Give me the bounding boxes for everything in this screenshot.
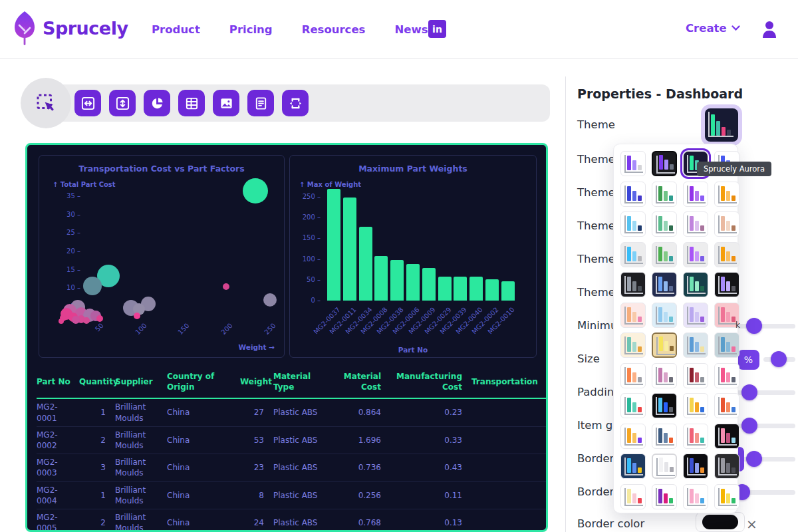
brand[interactable]: Sprucely (11, 9, 128, 47)
parts-table[interactable]: Part NoQuantitySupplierCountry of Origin… (37, 371, 546, 532)
linkedin-icon[interactable]: in (428, 20, 446, 38)
thumb-bar (659, 336, 663, 351)
thumb-axis (624, 246, 626, 264)
selected-theme-preview[interactable] (701, 104, 742, 146)
thumb-axis (687, 336, 688, 354)
scatter-chart-card[interactable]: Transportation Cost vs Part Factors ↑ To… (39, 155, 285, 358)
border-color-picker[interactable] (696, 512, 745, 532)
theme-swatch-8[interactable] (620, 211, 646, 237)
create-menu[interactable]: Create (686, 22, 740, 35)
nav-link-news[interactable]: News (394, 23, 428, 36)
table-row[interactable]: MG2-00041Brilliant MouldsChina8Plastic A… (37, 482, 546, 509)
slider-handle[interactable] (771, 351, 787, 367)
dashboard-canvas[interactable]: Transportation Cost vs Part Factors ↑ To… (25, 143, 548, 532)
resize-width-button[interactable] (74, 90, 101, 116)
resize-height-button[interactable] (109, 90, 136, 116)
theme-swatch-26[interactable] (683, 332, 708, 358)
table-row[interactable]: MG2-00052Brilliant MouldsChina24Plastic … (37, 509, 546, 532)
theme-swatch-9[interactable] (652, 211, 677, 237)
theme-swatch-15[interactable] (714, 242, 739, 267)
theme-swatch-7[interactable] (714, 182, 739, 207)
theme-swatch-10[interactable] (683, 211, 708, 237)
thumb-axis (718, 246, 720, 264)
thumb-axis (687, 202, 706, 203)
thumb-axis (656, 458, 658, 476)
theme-swatch-22[interactable] (683, 303, 708, 328)
thumb-axis (656, 215, 657, 233)
theme-swatch-13[interactable] (652, 242, 677, 267)
theme-swatch-38[interactable] (683, 424, 708, 449)
thumb-axis (656, 475, 675, 476)
thumb-bar (726, 251, 730, 261)
slider-handle[interactable] (741, 384, 757, 400)
bar-chart-card[interactable]: Maximum Part Weights ↑ Max of Weight Par… (289, 155, 537, 358)
theme-swatch-29[interactable] (652, 363, 677, 388)
thumb-bar (632, 221, 636, 231)
theme-swatch-27[interactable] (714, 332, 739, 358)
slider-handle[interactable] (746, 451, 762, 467)
nav-link-resources[interactable]: Resources (302, 23, 366, 36)
theme-swatch-30[interactable] (683, 363, 708, 388)
theme-swatch-46[interactable] (683, 484, 708, 509)
theme-swatch-37[interactable] (652, 424, 677, 449)
theme-swatch-21[interactable] (652, 303, 677, 328)
theme-swatch-31[interactable] (714, 363, 739, 388)
pie-chart-button[interactable] (144, 90, 170, 116)
theme-swatch-32[interactable] (620, 393, 646, 418)
nav-link-pricing[interactable]: Pricing (229, 23, 273, 36)
theme-swatch-28[interactable] (620, 363, 646, 388)
theme-swatch-25[interactable] (652, 332, 677, 358)
theme-swatch-35[interactable] (714, 393, 739, 418)
nav-link-product[interactable]: Product (152, 23, 200, 36)
collapse-rows-button[interactable] (282, 90, 309, 116)
theme-swatch-43[interactable] (714, 454, 739, 479)
table-row[interactable]: MG2-00022Brilliant MouldsChina53Plastic … (37, 427, 546, 454)
table-header-row: Part NoQuantitySupplierCountry of Origin… (37, 371, 546, 399)
thumb-bar (721, 368, 725, 382)
theme-swatch-42[interactable] (683, 454, 708, 479)
size-unit-badge[interactable]: % (737, 350, 759, 370)
thumb-bar (700, 498, 704, 503)
theme-swatch-20[interactable] (620, 303, 646, 328)
theme-swatch-36[interactable] (620, 424, 646, 449)
theme-swatch-45[interactable] (652, 484, 677, 509)
image-icon (219, 96, 234, 111)
theme-swatch-17[interactable] (652, 272, 677, 297)
theme-swatch-19[interactable] (714, 272, 739, 297)
theme-swatch-41[interactable] (652, 454, 677, 479)
theme-swatch-12[interactable] (620, 242, 646, 267)
theme-swatch-14[interactable] (683, 242, 708, 267)
collapse-rows-icon (288, 96, 303, 111)
prop-label-theme: Theme (577, 253, 615, 265)
marquee-select-tool[interactable] (21, 78, 71, 128)
slider-handle[interactable] (741, 418, 757, 434)
theme-swatch-44[interactable] (620, 484, 646, 509)
image-button[interactable] (213, 90, 239, 116)
slider-track-minimum[interactable] (734, 324, 795, 329)
text-button[interactable] (247, 90, 274, 116)
table-row[interactable]: MG2-00011Brilliant MouldsChina27Plastic … (37, 399, 546, 426)
theme-swatch-39[interactable] (714, 424, 739, 449)
scatter-xtick: 150 (158, 322, 191, 355)
theme-swatch-47[interactable] (714, 484, 739, 509)
user-icon[interactable] (761, 20, 778, 41)
thumb-bar (695, 402, 699, 412)
theme-swatch-6[interactable] (683, 182, 708, 207)
theme-swatch-18[interactable] (683, 272, 708, 297)
theme-swatch-11[interactable] (714, 211, 739, 237)
theme-swatch-0[interactable] (620, 151, 646, 176)
theme-swatch-5[interactable] (652, 182, 677, 207)
theme-swatch-16[interactable] (620, 272, 646, 297)
table-row[interactable]: MG2-00033Brilliant MouldsChina23Plastic … (37, 454, 546, 481)
theme-swatch-24[interactable] (620, 332, 646, 358)
theme-swatch-34[interactable] (683, 393, 708, 418)
thumb-axis (687, 444, 706, 446)
theme-swatch-4[interactable] (620, 182, 646, 207)
theme-swatch-40[interactable] (620, 454, 646, 479)
clear-border-color-icon[interactable]: × (746, 516, 757, 532)
theme-swatch-33[interactable] (652, 393, 677, 418)
thumb-bar (700, 467, 704, 473)
theme-swatch-1[interactable] (652, 151, 677, 176)
table-button[interactable] (178, 90, 205, 116)
slider-handle[interactable] (746, 318, 762, 334)
